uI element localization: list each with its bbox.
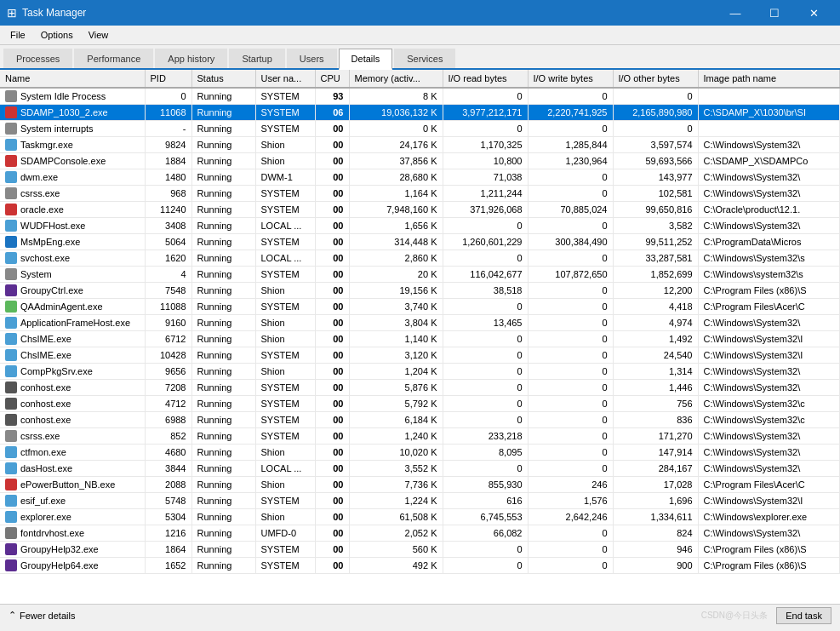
process-icon (5, 446, 17, 458)
table-row[interactable]: System 4 Running SYSTEM 00 20 K 116,042,… (0, 267, 840, 283)
minimize-button[interactable]: — (716, 0, 755, 26)
cell-io-write: 1,285,844 (528, 137, 613, 153)
col-cpu[interactable]: CPU (315, 70, 349, 88)
table-row[interactable]: ChsIME.exe 6712 Running Shion 00 1,140 K… (0, 331, 840, 347)
cell-image-path: C:\Windows\System32\c (698, 396, 840, 412)
cell-io-read: 0 (443, 121, 528, 137)
table-row[interactable]: explorer.exe 5304 Running Shion 00 61,50… (0, 509, 840, 525)
cell-io-read: 0 (443, 380, 528, 396)
cell-pid: 1884 (145, 153, 191, 169)
table-row[interactable]: CompPkgSrv.exe 9656 Running Shion 00 1,2… (0, 364, 840, 380)
cell-io-other: 836 (613, 412, 698, 428)
cell-image-path: C:\Windows\System32\ (698, 428, 840, 445)
col-user[interactable]: User na... (255, 70, 315, 88)
cell-image-path: C:\Windows\System32\ (698, 364, 840, 380)
cell-pid: 0 (145, 88, 191, 105)
cell-status: Running (191, 250, 255, 267)
tab-app-history[interactable]: App history (155, 49, 227, 68)
table-row[interactable]: conhost.exe 6988 Running SYSTEM 00 6,184… (0, 412, 840, 428)
end-task-button[interactable]: End task (776, 607, 831, 624)
cell-name: svchost.exe (0, 250, 145, 267)
cell-user: SYSTEM (255, 428, 315, 445)
col-pid[interactable]: PID (145, 70, 191, 88)
col-image-path[interactable]: Image path name (698, 70, 840, 88)
table-row[interactable]: Taskmgr.exe 9824 Running Shion 00 24,176… (0, 137, 840, 153)
table-row[interactable]: System interrupts - Running SYSTEM 00 0 … (0, 121, 840, 137)
col-memory[interactable]: Memory (activ... (349, 70, 443, 88)
table-row[interactable]: SDAMPConsole.exe 1884 Running Shion 00 3… (0, 153, 840, 169)
fewer-details-button[interactable]: ⌃ Fewer details (9, 610, 75, 621)
tab-startup[interactable]: Startup (229, 49, 284, 68)
cell-io-write: 0 (528, 558, 613, 574)
cell-pid: 3408 (145, 218, 191, 234)
cell-name: conhost.exe (0, 380, 145, 396)
table-row[interactable]: ctfmon.exe 4680 Running Shion 00 10,020 … (0, 445, 840, 461)
menu-file[interactable]: File (3, 27, 32, 43)
table-row[interactable]: System Idle Process 0 Running SYSTEM 93 … (0, 88, 840, 105)
table-row[interactable]: MsMpEng.exe 5064 Running SYSTEM 00 314,4… (0, 234, 840, 250)
table-row[interactable]: fontdrvhost.exe 1216 Running UMFD-0 00 2… (0, 525, 840, 542)
table-row[interactable]: ePowerButton_NB.exe 2088 Running Shion 0… (0, 477, 840, 493)
process-table-container[interactable]: Name PID Status User na... CPU Memory (a… (0, 70, 840, 604)
process-icon (5, 171, 17, 183)
table-row[interactable]: csrss.exe 968 Running SYSTEM 00 1,164 K … (0, 186, 840, 202)
cell-name: dwm.exe (0, 169, 145, 186)
table-row[interactable]: esif_uf.exe 5748 Running SYSTEM 00 1,224… (0, 493, 840, 509)
table-row[interactable]: SDAMP_1030_2.exe 11068 Running SYSTEM 06… (0, 105, 840, 121)
table-row[interactable]: GroupyHelp64.exe 1652 Running SYSTEM 00 … (0, 558, 840, 574)
process-icon (5, 236, 17, 248)
table-row[interactable]: ApplicationFrameHost.exe 9160 Running Sh… (0, 315, 840, 331)
cell-status: Running (191, 315, 255, 331)
table-row[interactable]: GroupyCtrl.exe 7548 Running Shion 00 19,… (0, 283, 840, 299)
tab-processes[interactable]: Processes (3, 49, 72, 68)
col-io-write[interactable]: I/O write bytes (528, 70, 613, 88)
cell-user: SYSTEM (255, 267, 315, 283)
cell-name: conhost.exe (0, 412, 145, 428)
table-row[interactable]: WUDFHost.exe 3408 Running LOCAL ... 00 1… (0, 218, 840, 234)
col-status[interactable]: Status (191, 70, 255, 88)
cell-image-path (698, 88, 840, 105)
col-name[interactable]: Name (0, 70, 145, 88)
cell-cpu: 00 (315, 218, 349, 234)
cell-pid: 1480 (145, 169, 191, 186)
table-row[interactable]: QAAdminAgent.exe 11088 Running SYSTEM 00… (0, 299, 840, 315)
table-row[interactable]: oracle.exe 11240 Running SYSTEM 00 7,948… (0, 202, 840, 218)
table-row[interactable]: dasHost.exe 3844 Running LOCAL ... 00 3,… (0, 461, 840, 477)
col-io-other[interactable]: I/O other bytes (613, 70, 698, 88)
process-name: ctfmon.exe (20, 447, 66, 457)
tab-users[interactable]: Users (287, 49, 337, 68)
cell-memory: 2,052 K (349, 525, 443, 542)
cell-user: Shion (255, 509, 315, 525)
cell-io-read: 0 (443, 218, 528, 234)
cell-status: Running (191, 412, 255, 428)
menu-options[interactable]: Options (34, 27, 80, 43)
table-row[interactable]: dwm.exe 1480 Running DWM-1 00 28,680 K 7… (0, 169, 840, 186)
cell-io-write: 1,230,964 (528, 153, 613, 169)
cell-memory: 10,020 K (349, 445, 443, 461)
cell-status: Running (191, 153, 255, 169)
cell-io-other: 4,418 (613, 299, 698, 315)
tab-details[interactable]: Details (339, 49, 393, 70)
cell-status: Running (191, 137, 255, 153)
cell-io-write: 0 (528, 169, 613, 186)
tab-performance[interactable]: Performance (74, 49, 153, 68)
cell-image-path: C:\Oracle\product\12.1. (698, 202, 840, 218)
table-row[interactable]: conhost.exe 4712 Running SYSTEM 00 5,792… (0, 396, 840, 412)
table-row[interactable]: csrss.exe 852 Running SYSTEM 00 1,240 K … (0, 428, 840, 445)
app-icon: ⊞ (7, 6, 17, 20)
close-button[interactable]: ✕ (794, 0, 833, 26)
table-row[interactable]: GroupyHelp32.exe 1864 Running SYSTEM 00 … (0, 542, 840, 558)
process-name: WUDFHost.exe (20, 221, 85, 231)
table-row[interactable]: conhost.exe 7208 Running SYSTEM 00 5,876… (0, 380, 840, 396)
cell-io-other: 102,581 (613, 186, 698, 202)
maximize-button[interactable]: ☐ (755, 0, 794, 26)
table-row[interactable]: svchost.exe 1620 Running LOCAL ... 00 2,… (0, 250, 840, 267)
cell-pid: 7208 (145, 380, 191, 396)
menu-view[interactable]: View (82, 27, 116, 43)
col-io-read[interactable]: I/O read bytes (443, 70, 528, 88)
cell-pid: - (145, 121, 191, 137)
cell-io-other: 59,693,566 (613, 153, 698, 169)
table-row[interactable]: ChsIME.exe 10428 Running SYSTEM 00 3,120… (0, 347, 840, 364)
tab-services[interactable]: Services (394, 49, 455, 68)
cell-user: DWM-1 (255, 169, 315, 186)
